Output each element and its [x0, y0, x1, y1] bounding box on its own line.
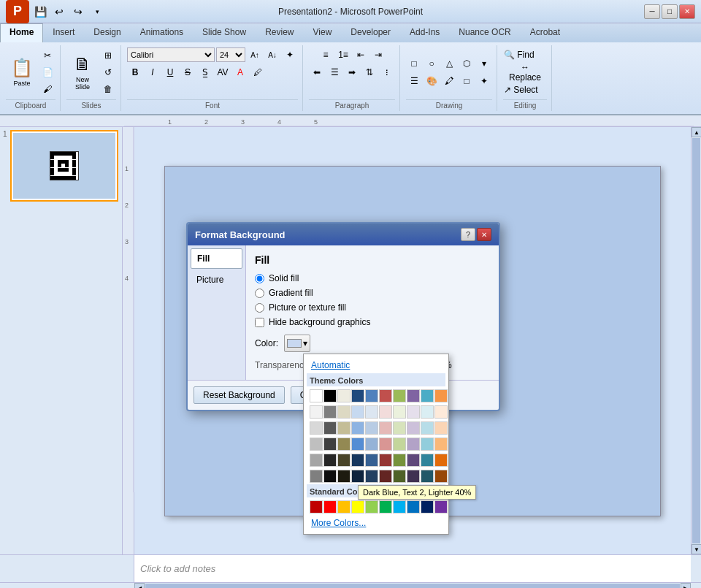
- sidebar-item-fill[interactable]: Fill: [191, 248, 242, 269]
- shape-fill-button[interactable]: 🖍: [441, 73, 457, 89]
- scroll-thumb[interactable]: [692, 138, 700, 543]
- redo-button[interactable]: ↪: [70, 4, 86, 20]
- sidebar-item-picture[interactable]: Picture: [191, 270, 242, 289]
- font-name-select[interactable]: Calibri: [127, 47, 215, 62]
- hscroll-thumb[interactable]: [145, 584, 680, 588]
- new-slide-button[interactable]: 🗎 NewSlide: [66, 54, 99, 91]
- close-button[interactable]: ✕: [679, 4, 695, 19]
- select-button[interactable]: ↗ Select: [503, 82, 547, 98]
- strikethrough-button[interactable]: S: [180, 64, 196, 80]
- align-right-button[interactable]: ➡: [344, 64, 360, 80]
- decrease-indent-button[interactable]: ⇤: [353, 47, 369, 63]
- tab-developer[interactable]: Developer: [341, 23, 400, 42]
- vertical-ruler: 1 2 3 4: [123, 127, 134, 554]
- save-button[interactable]: 💾: [32, 4, 48, 20]
- slide-thumbnail[interactable]: [10, 130, 118, 202]
- italic-button[interactable]: I: [145, 64, 161, 80]
- tab-addins[interactable]: Add-Ins: [400, 23, 449, 42]
- tab-animations[interactable]: Animations: [131, 23, 193, 42]
- color-picker-row: Color: ▾: [255, 335, 490, 352]
- shape4-button[interactable]: ⬡: [459, 56, 475, 72]
- tab-insert[interactable]: Insert: [43, 23, 84, 42]
- ribbon-group-drawing: □ ○ △ ⬡ ▾ ☰ 🎨 🖍 □ ✦ Drawing: [402, 45, 497, 111]
- format-painter-button[interactable]: 🖌: [39, 81, 55, 97]
- transparency-slider[interactable]: [316, 359, 433, 371]
- scroll-down-button[interactable]: ▼: [692, 544, 701, 554]
- copy-button[interactable]: 📄: [39, 64, 55, 80]
- scroll-right-button[interactable]: ▶: [681, 583, 691, 588]
- color-button[interactable]: ▾: [284, 335, 310, 352]
- paste-button[interactable]: 📋 Paste: [6, 54, 38, 91]
- tab-nuance[interactable]: Nuance OCR: [449, 23, 520, 42]
- shape-effects-button[interactable]: ✦: [476, 73, 492, 89]
- dialog-help-button[interactable]: ?: [461, 228, 475, 241]
- tab-view[interactable]: View: [304, 23, 342, 42]
- replace-button[interactable]: ↔ Replace: [503, 64, 547, 80]
- numbering-button[interactable]: 1≡: [335, 47, 351, 63]
- slides-label: Slides: [66, 99, 116, 110]
- svg-rect-0: [124, 115, 694, 126]
- picture-fill-radio[interactable]: [255, 303, 264, 313]
- columns-button[interactable]: ⫶: [379, 64, 395, 80]
- reset-background-button[interactable]: Reset Background: [194, 386, 285, 404]
- svg-text:3: 3: [241, 118, 245, 126]
- more-shapes-button[interactable]: ▾: [476, 56, 492, 72]
- color-dropdown-arrow: ▾: [303, 338, 307, 348]
- align-center-button[interactable]: ☰: [326, 64, 342, 80]
- slide-thumb-inner: [13, 133, 115, 199]
- tab-review[interactable]: Review: [256, 23, 303, 42]
- shape2-button[interactable]: ○: [424, 56, 440, 72]
- tab-home[interactable]: Home: [0, 23, 43, 42]
- font-size-select[interactable]: 24: [216, 47, 245, 62]
- quick-styles-button[interactable]: 🎨: [424, 73, 440, 89]
- apply-to-all-button[interactable]: Apply to All: [337, 386, 399, 404]
- undo-button[interactable]: ↩: [51, 4, 67, 20]
- decrease-font-button[interactable]: A↓: [264, 47, 280, 63]
- shadow-button[interactable]: S̲: [197, 64, 213, 80]
- clear-formatting-button[interactable]: ✦: [282, 47, 298, 63]
- scroll-up-button[interactable]: ▲: [692, 127, 701, 137]
- slide-layout-button[interactable]: ⊞: [100, 47, 116, 64]
- scroll-left-button[interactable]: ◀: [134, 583, 145, 588]
- dialog-close-x-button[interactable]: ✕: [477, 228, 491, 241]
- dialog-sidebar: Fill Picture: [188, 245, 246, 380]
- qat-dropdown-button[interactable]: ▾: [89, 4, 105, 20]
- cut-button[interactable]: ✂: [39, 47, 55, 64]
- tab-slideshow[interactable]: Slide Show: [193, 23, 256, 42]
- increase-font-button[interactable]: A↑: [247, 47, 263, 63]
- ribbon-group-editing: 🔍 Find ↔ Replace ↗ Select Editing: [499, 45, 552, 111]
- delete-slide-button[interactable]: 🗑: [100, 81, 116, 97]
- dialog-titlebar: Format Background ? ✕: [188, 224, 499, 245]
- hide-bg-checkbox[interactable]: [255, 318, 264, 327]
- drawing-items: □ ○ △ ⬡ ▾ ☰ 🎨 🖍 □ ✦: [406, 47, 492, 98]
- align-left-button[interactable]: ⬅: [309, 64, 325, 80]
- increase-indent-button[interactable]: ⇥: [370, 47, 386, 63]
- minimize-button[interactable]: ─: [644, 4, 660, 19]
- transparency-row: Transparency: 0%: [255, 359, 490, 371]
- solid-fill-radio[interactable]: [255, 274, 264, 283]
- shape-outline-button[interactable]: □: [459, 73, 475, 89]
- maximize-button[interactable]: □: [662, 4, 678, 19]
- font-color-button[interactable]: A: [232, 64, 248, 80]
- close-dialog-button[interactable]: Close: [291, 386, 332, 404]
- bold-button[interactable]: B: [127, 64, 143, 80]
- notes-area[interactable]: Click to add notes: [134, 554, 691, 582]
- tab-acrobat[interactable]: Acrobat: [521, 23, 570, 42]
- ribbon-group-font: Calibri 24 A↑ A↓ ✦ B I U S S̲ AV A 🖊 Fo: [123, 45, 303, 111]
- text-direction-button[interactable]: ⇅: [361, 64, 378, 80]
- notes-placeholder: Click to add notes: [140, 563, 215, 574]
- shape3-button[interactable]: △: [441, 56, 457, 72]
- ruler-svg: 1 2 3 4 5: [124, 115, 694, 126]
- office-button[interactable]: P: [6, 0, 29, 23]
- underline-button[interactable]: U: [162, 64, 178, 80]
- tab-design[interactable]: Design: [84, 23, 130, 42]
- gradient-fill-radio[interactable]: [255, 289, 264, 298]
- spacing-button[interactable]: AV: [215, 64, 231, 80]
- shapes-arrange-button[interactable]: ☰: [406, 73, 422, 89]
- bullets-button[interactable]: ≡: [318, 47, 334, 63]
- reset-button[interactable]: ↺: [100, 64, 116, 80]
- shape1-button[interactable]: □: [406, 56, 422, 72]
- highlight-button[interactable]: 🖊: [250, 64, 266, 80]
- svg-text:3: 3: [125, 238, 129, 245]
- find-button[interactable]: 🔍 Find: [503, 47, 547, 63]
